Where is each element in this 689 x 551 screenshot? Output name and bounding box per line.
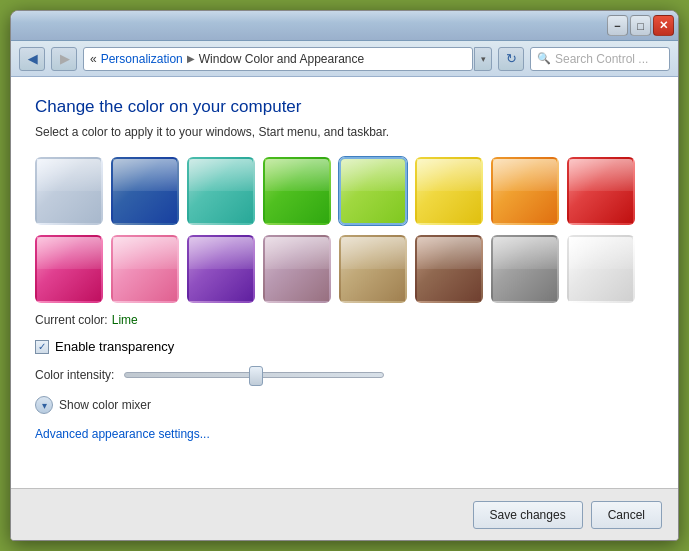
transparency-label: Enable transparency xyxy=(55,339,174,354)
footer: Save changes Cancel xyxy=(11,488,678,540)
color-swatch-default[interactable] xyxy=(35,157,103,225)
transparency-row[interactable]: ✓ Enable transparency xyxy=(35,339,654,354)
color-swatch-teal[interactable] xyxy=(187,157,255,225)
current-color-label: Current color: xyxy=(35,313,108,327)
color-swatch-gray[interactable] xyxy=(491,235,559,303)
color-mixer-row[interactable]: ▾ Show color mixer xyxy=(35,396,654,414)
breadcrumb-dropdown-button[interactable]: ▾ xyxy=(474,47,492,71)
breadcrumb-root[interactable]: Personalization xyxy=(101,52,183,66)
intensity-slider-thumb[interactable] xyxy=(249,366,263,386)
color-swatch-yellow[interactable] xyxy=(415,157,483,225)
intensity-slider[interactable] xyxy=(124,372,384,378)
color-swatch-mauve[interactable] xyxy=(263,235,331,303)
color-mixer-expand-button[interactable]: ▾ xyxy=(35,396,53,414)
color-swatch-white[interactable] xyxy=(567,235,635,303)
color-swatch-red[interactable] xyxy=(567,157,635,225)
color-mixer-label: Show color mixer xyxy=(59,398,151,412)
main-window: − □ ✕ ◀ ▶ « Personalization ▶ Window Col… xyxy=(10,10,679,541)
advanced-settings-link[interactable]: Advanced appearance settings... xyxy=(35,427,210,441)
save-changes-button[interactable]: Save changes xyxy=(473,501,583,529)
transparency-checkbox[interactable]: ✓ xyxy=(35,340,49,354)
color-swatch-brown[interactable] xyxy=(415,235,483,303)
search-placeholder-text: Search Control ... xyxy=(555,52,648,66)
color-swatch-pink[interactable] xyxy=(35,235,103,303)
maximize-button[interactable]: □ xyxy=(630,15,651,36)
main-content: Change the color on your computer Select… xyxy=(11,77,678,488)
intensity-row: Color intensity: xyxy=(35,368,654,382)
search-bar[interactable]: 🔍 Search Control ... xyxy=(530,47,670,71)
forward-button[interactable]: ▶ xyxy=(51,47,77,71)
refresh-button[interactable]: ↻ xyxy=(498,47,524,71)
color-swatch-lime[interactable] xyxy=(339,157,407,225)
breadcrumb-bar: « Personalization ▶ Window Color and App… xyxy=(83,47,473,71)
current-color-value: Lime xyxy=(112,313,138,327)
back-button[interactable]: ◀ xyxy=(19,47,45,71)
cancel-button[interactable]: Cancel xyxy=(591,501,662,529)
color-swatch-tan[interactable] xyxy=(339,235,407,303)
title-bar-buttons: − □ ✕ xyxy=(607,15,674,36)
breadcrumb-prefix: « xyxy=(90,52,97,66)
title-bar: − □ ✕ xyxy=(11,11,678,41)
color-swatch-green[interactable] xyxy=(263,157,331,225)
minimize-button[interactable]: − xyxy=(607,15,628,36)
color-row-1 xyxy=(35,157,654,225)
color-row-2 xyxy=(35,235,654,303)
search-icon: 🔍 xyxy=(537,52,551,65)
address-bar: ◀ ▶ « Personalization ▶ Window Color and… xyxy=(11,41,678,77)
breadcrumb-arrow-icon: ▶ xyxy=(187,53,195,64)
color-swatch-blue-dark[interactable] xyxy=(111,157,179,225)
color-swatch-purple[interactable] xyxy=(187,235,255,303)
subtitle-text: Select a color to apply it to your windo… xyxy=(35,125,654,139)
color-swatch-orange[interactable] xyxy=(491,157,559,225)
page-title: Change the color on your computer xyxy=(35,97,654,117)
intensity-label: Color intensity: xyxy=(35,368,114,382)
current-color-row: Current color: Lime xyxy=(35,313,654,327)
close-button[interactable]: ✕ xyxy=(653,15,674,36)
breadcrumb-current: Window Color and Appearance xyxy=(199,52,364,66)
color-swatch-rose[interactable] xyxy=(111,235,179,303)
